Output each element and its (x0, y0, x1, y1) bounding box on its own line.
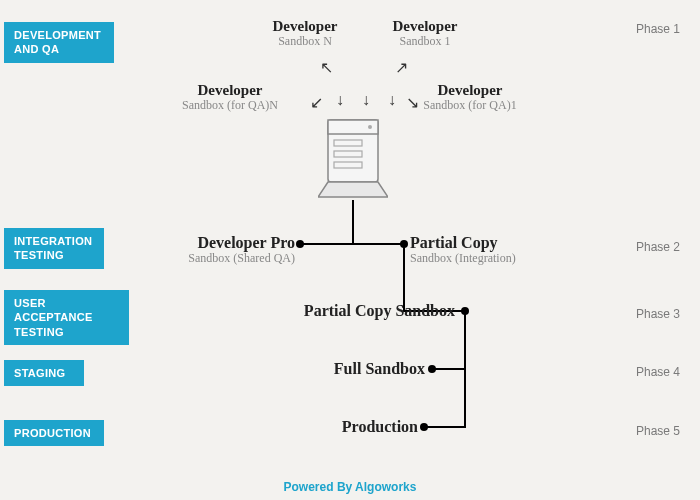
svg-point-5 (368, 125, 372, 129)
dev-qa-1-sub: Sandbox (for QA)1 (400, 99, 540, 112)
dot-phase4 (428, 365, 436, 373)
phase-label-4: Phase 4 (600, 365, 680, 379)
line-p2-p3-v (403, 244, 405, 310)
dev-qa-1-title: Developer (400, 82, 540, 99)
phase3-title: Partial Copy Sandbox (265, 302, 455, 320)
arrow-down3-icon: ↓ (388, 92, 396, 108)
line-phase4-h (432, 368, 466, 370)
dev-qa-n-title: Developer (160, 82, 300, 99)
phase4-title: Full Sandbox (280, 360, 425, 378)
phase-label-1: Phase 1 (600, 22, 680, 36)
dev-qa-n-sub: Sandbox (for QA)N (160, 99, 300, 112)
phase5-title: Production (280, 418, 418, 436)
line-phase5-h (424, 426, 466, 428)
phase-label-3: Phase 3 (600, 307, 680, 321)
line-p4-p5-v (464, 369, 466, 428)
dev-n-title: Developer (245, 18, 365, 35)
tag-production: PRODUCTION (4, 420, 104, 446)
arrow-up-left-icon: ↖ (320, 60, 333, 76)
arrow-down2-icon: ↓ (362, 92, 370, 108)
tag-uat: USER ACCEPTANCE TESTING (4, 290, 129, 345)
tag-dev-qa: DEVELOPMENT AND QA (4, 22, 114, 63)
arrow-right-icon: ↘ (406, 95, 419, 111)
arrow-up-right-icon: ↗ (395, 60, 408, 76)
tag-integration: INTEGRATION TESTING (4, 228, 104, 269)
footer-credit: Powered By Algoworks (0, 480, 700, 494)
phase2-right-title: Partial Copy (410, 234, 570, 252)
dev-n-sub: Sandbox N (245, 35, 365, 48)
phase2-left-title: Developer Pro (155, 234, 295, 252)
phase2-left-sub: Sandbox (Shared QA) (155, 252, 295, 265)
arrow-down-icon: ↓ (336, 92, 344, 108)
phase-label-5: Phase 5 (600, 424, 680, 438)
arrow-left-icon: ↙ (310, 95, 323, 111)
phase-label-2: Phase 2 (600, 240, 680, 254)
line-p3-p4-v (464, 311, 466, 370)
line-phase2-h (300, 243, 406, 245)
dot-phase5 (420, 423, 428, 431)
dot-phase2-left (296, 240, 304, 248)
line-server-down (352, 200, 354, 243)
phase2-right-sub: Sandbox (Integration) (410, 252, 570, 265)
tag-staging: STAGING (4, 360, 84, 386)
server-icon (318, 115, 388, 205)
dev-1-sub: Sandbox 1 (365, 35, 485, 48)
dev-1-title: Developer (365, 18, 485, 35)
